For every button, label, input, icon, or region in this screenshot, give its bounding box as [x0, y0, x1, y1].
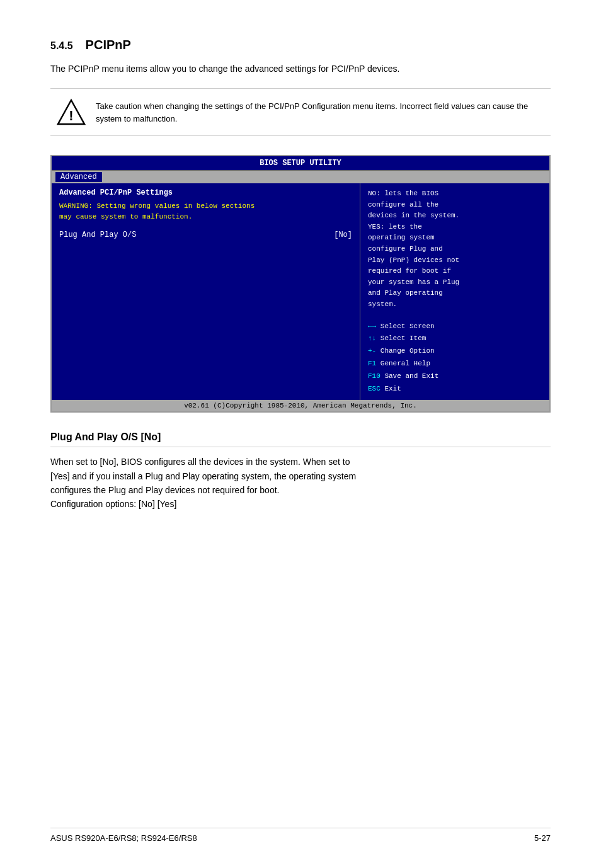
bios-setting-label: Plug And Play O/S [59, 231, 136, 239]
bios-screen: BIOS SETUP UTILITY Advanced Advanced PCI… [50, 155, 551, 413]
keybinding-esc: ESC Exit [368, 383, 542, 396]
footer-left: ASUS RS920A-E6/RS8; RS924-E6/RS8 [50, 833, 197, 843]
caution-text: Take caution when changing the settings … [96, 98, 544, 125]
bios-warning: WARNING: Setting wrong values in below s… [59, 201, 352, 222]
keybinding-general-help: F1 General Help [368, 358, 542, 370]
section-description: The PCIPnP menu items allow you to chang… [50, 62, 551, 76]
caution-box: ! Take caution when changing the setting… [50, 88, 551, 136]
bios-right-panel: NO: lets the BIOS configure all the devi… [360, 183, 549, 400]
bios-tab-advanced[interactable]: Advanced [55, 172, 102, 182]
keybinding-select-screen: ←→ Select Screen [368, 321, 542, 333]
bios-left-panel: Advanced PCI/PnP Settings WARNING: Setti… [52, 183, 360, 400]
page-footer: ASUS RS920A-E6/RS8; RS924-E6/RS8 5-27 [50, 828, 551, 843]
keybinding-save-exit: F10 Save and Exit [368, 370, 542, 383]
keybinding-change-option: +- Change Option [368, 345, 542, 358]
subsection-heading: Plug And Play O/S [No] [50, 431, 551, 447]
svg-text:!: ! [69, 108, 73, 123]
section-number: 5.4.5 [50, 40, 73, 52]
bios-right-description: NO: lets the BIOS configure all the devi… [368, 188, 542, 311]
section-title: PCIPnP [86, 38, 131, 52]
bios-left-heading: Advanced PCI/PnP Settings [59, 188, 352, 197]
caution-icon: ! [57, 98, 86, 127]
bios-title-bar: BIOS SETUP UTILITY [52, 156, 549, 171]
bios-setting-row: Plug And Play O/S [No] [59, 231, 352, 239]
keybinding-select-item: ↑↓ Select Item [368, 333, 542, 345]
bios-body: Advanced PCI/PnP Settings WARNING: Setti… [52, 183, 549, 400]
bios-footer: v02.61 (C)Copyright 1985-2010, American … [52, 400, 549, 411]
bios-setting-value: [No] [334, 231, 352, 239]
footer-right: 5-27 [534, 833, 551, 843]
bios-tab-bar: Advanced [52, 171, 549, 183]
subsection-description: When set to [No], BIOS configures all th… [50, 455, 551, 511]
bios-title: BIOS SETUP UTILITY [260, 159, 341, 168]
section-header: 5.4.5 PCIPnP [50, 38, 551, 52]
bios-keybindings: ←→ Select Screen ↑↓ Select Item +- Chang… [368, 321, 542, 396]
